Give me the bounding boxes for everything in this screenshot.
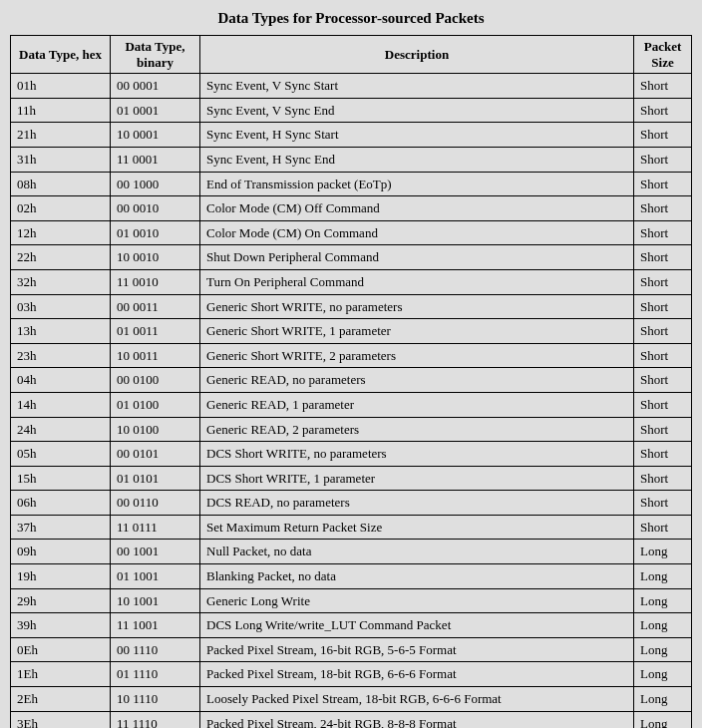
cell-desc: Generic Short WRITE, 1 parameter xyxy=(200,319,634,344)
cell-size: Long xyxy=(634,711,692,728)
cell-bin: 11 0010 xyxy=(111,269,200,294)
table-row: 22h10 0010Shut Down Peripheral CommandSh… xyxy=(11,245,692,270)
cell-hex: 37h xyxy=(11,515,111,540)
cell-size: Short xyxy=(634,147,692,172)
cell-size: Short xyxy=(634,491,692,516)
cell-desc: Set Maximum Return Packet Size xyxy=(200,515,634,540)
cell-hex: 05h xyxy=(11,442,111,467)
cell-desc: Sync Event, H Sync Start xyxy=(200,123,634,148)
cell-bin: 01 0001 xyxy=(111,98,200,123)
cell-bin: 01 0100 xyxy=(111,392,200,417)
cell-bin: 01 0101 xyxy=(111,466,200,491)
table-row: 31h11 0001Sync Event, H Sync EndShort xyxy=(11,147,692,172)
cell-hex: 02h xyxy=(11,196,111,221)
cell-hex: 0Eh xyxy=(11,637,111,662)
table-row: 06h00 0110DCS READ, no parametersShort xyxy=(11,491,692,516)
cell-bin: 00 1001 xyxy=(111,540,200,564)
cell-bin: 00 0001 xyxy=(111,74,200,99)
cell-size: Short xyxy=(634,319,692,344)
cell-bin: 10 0100 xyxy=(111,417,200,442)
cell-size: Short xyxy=(634,343,692,368)
cell-hex: 39h xyxy=(11,613,111,638)
cell-desc: DCS Short WRITE, 1 parameter xyxy=(200,466,634,491)
cell-hex: 14h xyxy=(11,392,111,417)
cell-bin: 10 0001 xyxy=(111,123,200,148)
cell-size: Short xyxy=(634,172,692,196)
cell-desc: Loosely Packed Pixel Stream, 18-bit RGB,… xyxy=(200,687,634,712)
cell-hex: 22h xyxy=(11,245,111,270)
table-row: 32h11 0010Turn On Peripheral CommandShor… xyxy=(11,269,692,294)
cell-size: Long xyxy=(634,540,692,564)
table-row: 23h10 0011Generic Short WRITE, 2 paramet… xyxy=(11,343,692,368)
cell-desc: DCS Short WRITE, no parameters xyxy=(200,442,634,467)
cell-desc: Sync Event, V Sync Start xyxy=(200,74,634,99)
cell-desc: Blanking Packet, no data xyxy=(200,564,634,589)
cell-size: Long xyxy=(634,588,692,613)
cell-desc: End of Transmission packet (EoTp) xyxy=(200,172,634,196)
cell-bin: 10 0010 xyxy=(111,245,200,270)
cell-desc: Generic READ, no parameters xyxy=(200,368,634,393)
cell-size: Short xyxy=(634,245,692,270)
cell-desc: Packed Pixel Stream, 24-bit RGB, 8-8-8 F… xyxy=(200,711,634,728)
cell-desc: DCS Long Write/write_LUT Command Packet xyxy=(200,613,634,638)
table-row: 19h01 1001Blanking Packet, no dataLong xyxy=(11,564,692,589)
cell-desc: Packed Pixel Stream, 16-bit RGB, 5-6-5 F… xyxy=(200,637,634,662)
cell-bin: 01 1001 xyxy=(111,564,200,589)
table-row: 24h10 0100Generic READ, 2 parametersShor… xyxy=(11,417,692,442)
cell-size: Short xyxy=(634,417,692,442)
cell-bin: 01 0011 xyxy=(111,319,200,344)
table-row: 02h00 0010Color Mode (CM) Off CommandSho… xyxy=(11,196,692,221)
cell-hex: 3Eh xyxy=(11,711,111,728)
cell-hex: 23h xyxy=(11,343,111,368)
cell-size: Short xyxy=(634,442,692,467)
cell-bin: 00 0011 xyxy=(111,294,200,319)
cell-bin: 00 1000 xyxy=(111,172,200,196)
cell-hex: 12h xyxy=(11,220,111,245)
cell-bin: 11 1110 xyxy=(111,711,200,728)
cell-size: Short xyxy=(634,392,692,417)
cell-hex: 1Eh xyxy=(11,662,111,687)
cell-hex: 13h xyxy=(11,319,111,344)
cell-bin: 00 1110 xyxy=(111,637,200,662)
cell-hex: 08h xyxy=(11,172,111,196)
cell-bin: 10 0011 xyxy=(111,343,200,368)
table-title: Data Types for Processor-sourced Packets xyxy=(10,6,692,35)
table-row: 39h11 1001DCS Long Write/write_LUT Comma… xyxy=(11,613,692,638)
table-row: 13h01 0011Generic Short WRITE, 1 paramet… xyxy=(11,319,692,344)
cell-size: Long xyxy=(634,613,692,638)
cell-desc: Color Mode (CM) On Command xyxy=(200,220,634,245)
cell-desc: Sync Event, V Sync End xyxy=(200,98,634,123)
cell-hex: 11h xyxy=(11,98,111,123)
table-row: 0Eh00 1110Packed Pixel Stream, 16-bit RG… xyxy=(11,637,692,662)
cell-hex: 19h xyxy=(11,564,111,589)
cell-size: Short xyxy=(634,98,692,123)
cell-hex: 31h xyxy=(11,147,111,172)
table-row: 3Eh11 1110Packed Pixel Stream, 24-bit RG… xyxy=(11,711,692,728)
cell-desc: Turn On Peripheral Command xyxy=(200,269,634,294)
table-row: 04h00 0100Generic READ, no parametersSho… xyxy=(11,368,692,393)
cell-bin: 01 0010 xyxy=(111,220,200,245)
cell-hex: 2Eh xyxy=(11,687,111,712)
cell-desc: Generic Short WRITE, 2 parameters xyxy=(200,343,634,368)
cell-size: Short xyxy=(634,466,692,491)
table-row: 01h00 0001Sync Event, V Sync StartShort xyxy=(11,74,692,99)
table-row: 03h00 0011Generic Short WRITE, no parame… xyxy=(11,294,692,319)
header-hex: Data Type, hex xyxy=(11,36,111,74)
cell-desc: Sync Event, H Sync End xyxy=(200,147,634,172)
cell-bin: 11 0001 xyxy=(111,147,200,172)
cell-bin: 00 0101 xyxy=(111,442,200,467)
cell-desc: Shut Down Peripheral Command xyxy=(200,245,634,270)
table-row: 08h00 1000End of Transmission packet (Eo… xyxy=(11,172,692,196)
cell-hex: 15h xyxy=(11,466,111,491)
cell-bin: 10 1110 xyxy=(111,687,200,712)
cell-size: Long xyxy=(634,564,692,589)
table-row: 11h01 0001Sync Event, V Sync EndShort xyxy=(11,98,692,123)
table-row: 37h11 0111Set Maximum Return Packet Size… xyxy=(11,515,692,540)
table-row: 15h01 0101DCS Short WRITE, 1 parameterSh… xyxy=(11,466,692,491)
cell-hex: 04h xyxy=(11,368,111,393)
table-row: 05h00 0101DCS Short WRITE, no parameters… xyxy=(11,442,692,467)
cell-size: Long xyxy=(634,637,692,662)
cell-bin: 00 0010 xyxy=(111,196,200,221)
cell-hex: 09h xyxy=(11,540,111,564)
cell-size: Short xyxy=(634,269,692,294)
